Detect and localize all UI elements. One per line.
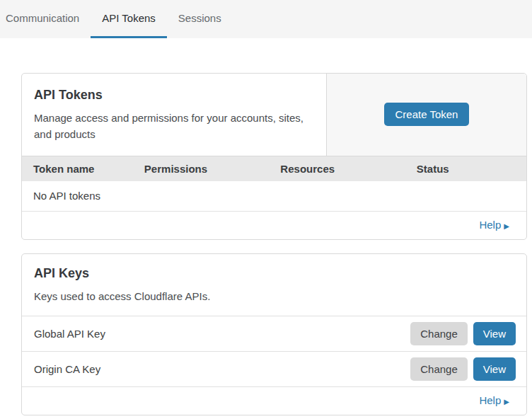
column-header-permissions: Permissions: [133, 156, 270, 181]
api-tokens-card: API Tokens Manage access and permissions…: [21, 73, 527, 240]
origin-ca-key-view-button[interactable]: View: [473, 357, 516, 381]
global-api-key-row: Global API Key Change View: [22, 316, 526, 351]
help-arrow-icon: ▶: [504, 398, 509, 406]
help-link-label: Help: [479, 394, 501, 406]
tab-communication[interactable]: Communication: [6, 0, 91, 38]
api-tokens-description: Manage access and permissions for your a…: [34, 110, 309, 143]
api-keys-help-link[interactable]: Help▶: [479, 394, 509, 406]
column-header-resources: Resources: [269, 156, 405, 181]
global-api-key-label: Global API Key: [34, 328, 410, 340]
column-header-token-name: Token name: [22, 156, 133, 181]
origin-ca-key-row: Origin CA Key Change View: [22, 351, 526, 386]
column-header-status: Status: [405, 156, 526, 181]
global-api-key-change-button[interactable]: Change: [410, 322, 468, 345]
api-keys-description: Keys used to access Cloudflare APIs.: [34, 288, 310, 304]
api-keys-help-row: Help▶: [22, 386, 526, 415]
api-keys-card-header: API Keys Keys used to access Cloudflare …: [22, 254, 526, 316]
tab-bar: Communication API Tokens Sessions: [0, 0, 532, 38]
api-tokens-title: API Tokens: [34, 88, 309, 103]
help-arrow-icon: ▶: [504, 222, 509, 230]
origin-ca-key-actions: Change View: [410, 357, 516, 381]
api-tokens-card-header-text: API Tokens Manage access and permissions…: [22, 74, 326, 156]
origin-ca-key-label: Origin CA Key: [34, 363, 410, 375]
global-api-key-actions: Change View: [410, 322, 516, 345]
tokens-table-header: Token name Permissions Resources Status: [22, 156, 526, 181]
api-tokens-card-header-action: Create Token: [326, 74, 526, 156]
origin-ca-key-change-button[interactable]: Change: [410, 357, 468, 381]
api-tokens-card-header: API Tokens Manage access and permissions…: [22, 74, 526, 156]
create-token-button[interactable]: Create Token: [384, 103, 470, 126]
global-api-key-view-button[interactable]: View: [473, 322, 516, 345]
tokens-empty-message: No API tokens: [22, 181, 526, 212]
api-keys-title: API Keys: [34, 266, 514, 281]
api-keys-card: API Keys Keys used to access Cloudflare …: [21, 253, 527, 415]
api-tokens-help-row: Help▶: [22, 212, 526, 239]
api-tokens-help-link[interactable]: Help▶: [479, 219, 509, 231]
tab-sessions[interactable]: Sessions: [167, 0, 233, 38]
help-link-label: Help: [479, 219, 501, 231]
page-content: API Tokens Manage access and permissions…: [0, 38, 532, 415]
tab-api-tokens[interactable]: API Tokens: [91, 0, 167, 38]
